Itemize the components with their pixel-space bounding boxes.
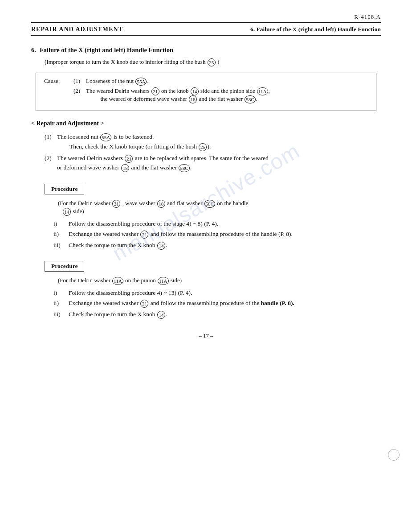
header-line: R-4108.A xyxy=(31,13,381,23)
proc2-step-i-text: Follow the disassembling procedure 4) ~ … xyxy=(69,289,381,297)
cause-row-1: Cause: (1) Looseness of the nut 55A. xyxy=(44,78,368,86)
subheader-right: 6. Failure of the X (right and left) Han… xyxy=(250,26,381,33)
proc1-step-i-text: Follow the disassembling procedure of th… xyxy=(69,220,381,227)
cause-num-2: (2) xyxy=(73,87,83,103)
subheader-left: REPAIR AND ADJUSTMENT xyxy=(31,26,123,33)
circle-14-cause: 14 xyxy=(191,87,199,95)
cause-2-text: The weared Delrin washers 21 on the knob… xyxy=(86,87,270,103)
circle-11A-cause: 11A xyxy=(257,87,268,95)
proc1-roman-i: i) xyxy=(53,220,69,227)
cause-row-2: (2) The weared Delrin washers 21 on the … xyxy=(44,87,368,103)
proc2-step-ii: ii) Exchange the weared washer 21 and fo… xyxy=(53,300,381,308)
proc2-roman-ii: ii) xyxy=(53,300,69,308)
proc1-roman-iii: iii) xyxy=(53,242,69,250)
repair-item-2-line2: or deformed wave washer 18 and the flat … xyxy=(57,164,381,172)
section-number: 6. xyxy=(31,46,36,54)
page-number: – 17 – xyxy=(31,332,381,339)
procedure-2-box: Procedure xyxy=(45,261,84,272)
proc1-roman-ii: ii) xyxy=(53,231,69,239)
circle-25-r1: 25 xyxy=(199,143,207,151)
cause-box: Cause: (1) Looseness of the nut 55A. (2)… xyxy=(36,73,376,111)
circle-18-cause: 18 xyxy=(189,95,197,103)
repair-item-1-num: (1) xyxy=(45,133,57,151)
procedure-2-intro: (For the Delrin washer 11A on the pinion… xyxy=(58,277,381,285)
intro-text: (Improper torque to turn the X knob due … xyxy=(45,58,381,66)
circle-18-r2: 18 xyxy=(121,164,129,172)
circle-25-intro: 25 xyxy=(208,58,216,66)
doc-id: R-4108.A xyxy=(354,13,381,21)
circle-21-r2: 21 xyxy=(125,155,133,163)
circle-11A-p2-intro2: 11A xyxy=(158,277,169,285)
circle-58C-cause: 58C xyxy=(245,95,255,103)
circle-11A-p2-intro1: 11A xyxy=(112,277,123,285)
proc1-step-ii-text: Exchange the weared washer 21 and follow… xyxy=(69,231,381,239)
section-title: 6.Failure of the X (right and left) Hand… xyxy=(31,46,173,54)
proc2-step-iii-text: Check the torque to turn the X knob 14. xyxy=(69,311,381,319)
proc2-step-ii-text: Exchange the weared washer 21 and follow… xyxy=(69,300,381,308)
section-title-text: Failure of the X (right and left) Handle… xyxy=(40,46,173,54)
repair-title: < Repair and Adjustment > xyxy=(31,120,381,127)
repair-item-1: (1) The loosened nut 55A is to be fasten… xyxy=(45,133,381,151)
proc1-step-iii: iii) Check the torque to turn the X knob… xyxy=(53,242,381,250)
cause-label: Cause: xyxy=(44,78,71,86)
circle-21-cause: 21 xyxy=(151,87,159,95)
repair-item-1-line1: The loosened nut 55A is to be fastened. xyxy=(57,133,381,141)
procedure-2-box-wrapper: Procedure xyxy=(31,253,381,277)
right-circle-decoration xyxy=(388,449,400,461)
repair-item-2: (2) The weared Delrin washers 21 are to … xyxy=(45,155,381,172)
repair-item-1-line2: Then, check the X knob torque (or fittin… xyxy=(69,143,381,151)
circle-58C-r2: 58C xyxy=(179,164,189,172)
page: manualsarchive.com R-4108.A REPAIR AND A… xyxy=(0,0,412,532)
circle-21-p2-ii: 21 xyxy=(140,300,148,308)
circle-21-p1: 21 xyxy=(112,200,120,208)
proc2-roman-i: i) xyxy=(53,289,69,297)
proc2-roman-iii: iii) xyxy=(53,311,69,319)
circle-18-p1: 18 xyxy=(157,200,165,208)
procedure-1-intro: (For the Delrin washer 21 , wave washer … xyxy=(58,200,381,216)
circle-55A-r1: 55A xyxy=(100,133,111,141)
circle-14-p2-iii: 14 xyxy=(157,311,165,319)
proc2-step-i: i) Follow the disassembling procedure 4)… xyxy=(53,289,381,297)
procedure-1-box: Procedure xyxy=(45,184,84,194)
procedure-1-box-wrapper: Procedure xyxy=(31,176,381,200)
repair-item-2-line1: The weared Delrin washers 21 are to be r… xyxy=(57,155,381,163)
cause-num-1: (1) xyxy=(73,78,83,86)
repair-item-2-content: The weared Delrin washers 21 are to be r… xyxy=(57,155,381,172)
subheader: REPAIR AND ADJUSTMENT 6. Failure of the … xyxy=(31,23,381,36)
proc1-step-i: i) Follow the disassembling procedure of… xyxy=(53,220,381,227)
circle-14-p1-iii: 14 xyxy=(157,242,165,250)
repair-item-1-content: The loosened nut 55A is to be fastened. … xyxy=(57,133,381,151)
repair-item-2-num: (2) xyxy=(45,155,57,172)
cause-label-2 xyxy=(44,87,71,103)
proc2-step-iii: iii) Check the torque to turn the X knob… xyxy=(53,311,381,319)
proc1-step-iii-text: Check the torque to turn the X knob 14. xyxy=(69,242,381,250)
circle-14-p1: 14 xyxy=(63,208,71,216)
circle-58C-p1: 58C xyxy=(204,200,215,208)
proc1-step-ii: ii) Exchange the weared washer 21 and fo… xyxy=(53,231,381,239)
circle-55A-cause: 55A xyxy=(135,78,147,86)
cause-1-text: Looseness of the nut 55A. xyxy=(86,78,149,86)
circle-21-p1-ii: 21 xyxy=(140,231,148,239)
